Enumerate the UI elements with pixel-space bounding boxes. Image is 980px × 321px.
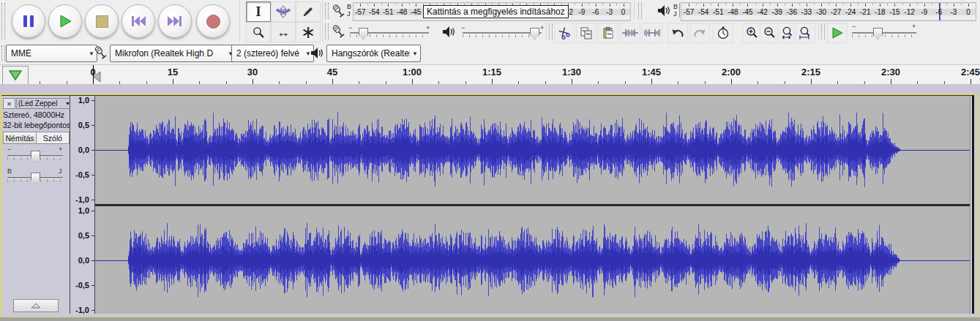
meter-tick (836, 4, 837, 7)
pause-button[interactable] (12, 4, 45, 38)
recording-channels-dropdown[interactable]: 2 (sztereó) felvé▼ (231, 45, 314, 62)
play-volume-slider[interactable] (463, 32, 542, 37)
edit-toolbar-gripper[interactable] (549, 23, 553, 39)
track-title: (Led Zeppel (18, 99, 65, 107)
vertical-ruler-label: -1,0 (70, 195, 89, 204)
gain-max-label: + (59, 146, 62, 153)
speaker-icon (657, 5, 670, 17)
draw-tool-button[interactable] (296, 1, 321, 22)
sync-lock-button[interactable] (713, 23, 733, 43)
zoom-tool-button[interactable] (246, 22, 271, 42)
record-volume-slider[interactable] (350, 32, 429, 37)
meter-scale-label: -6 (592, 8, 599, 16)
meter-minor-tick (872, 4, 873, 5)
play-at-speed-button[interactable] (827, 23, 848, 43)
vertical-scale-ruler[interactable]: 1,00,50,0-0,5-1,01,00,50,0-0,5-1,0 (70, 96, 95, 314)
chevron-down-icon: ▼ (412, 50, 418, 57)
close-icon: × (7, 99, 11, 108)
skip-to-end-button[interactable] (158, 4, 192, 38)
multi-tool-button[interactable]: ∗ (296, 22, 321, 42)
audio-host-dropdown[interactable]: MME▼ (6, 45, 97, 62)
playhead-marker-icon[interactable] (94, 72, 101, 83)
meter-minor-tick (740, 4, 741, 5)
undo-icon (671, 28, 684, 39)
slider-ticks (852, 34, 916, 37)
collapse-track-button[interactable] (13, 299, 59, 312)
skip-to-start-button[interactable] (121, 4, 155, 38)
vertical-ruler-tick (91, 150, 94, 151)
horizontal-scrollbar-area[interactable] (0, 317, 980, 321)
track-close-button[interactable]: × (3, 98, 15, 109)
timeline-pin-button[interactable] (2, 66, 29, 85)
meter-scale-label: -45 (742, 8, 752, 16)
meter-tick (924, 4, 925, 7)
play-meter[interactable]: -57-54-51-48-45-42-39-36-33-30-27-24-21-… (681, 2, 976, 21)
mixer-toolbar-gripper[interactable] (325, 23, 329, 39)
magnifier-icon (253, 26, 265, 39)
right-channel-label: J (347, 10, 351, 18)
play-button[interactable] (48, 4, 82, 38)
meter-scale-label: -6 (935, 8, 942, 16)
vertical-ruler-label: 0,5 (70, 121, 89, 129)
silence-selection-button[interactable] (642, 23, 662, 43)
track-title-dropdown[interactable]: (Led Zeppel▼ (16, 98, 72, 109)
gain-slider[interactable] (7, 155, 63, 160)
meter-tick (777, 4, 778, 7)
speaker-icon (442, 26, 455, 38)
track-right-black-edge (972, 95, 974, 314)
waveform-channel-left[interactable] (95, 96, 973, 204)
vertical-ruler-label: 0,5 (70, 231, 89, 240)
meter-tick (402, 4, 403, 7)
ruler-time-label: 2:45 (961, 67, 980, 78)
device-toolbar-gripper[interactable] (1, 45, 5, 61)
meter-scale-label: -54 (369, 8, 379, 16)
vertical-ruler-label: -0,5 (70, 170, 89, 179)
selection-tool-button[interactable]: I (246, 1, 271, 22)
fit-project-button[interactable] (795, 23, 815, 43)
play-meter-gripper[interactable] (638, 3, 642, 19)
envelope-tool-button[interactable] (271, 1, 296, 22)
record-meter-gripper[interactable] (325, 3, 329, 19)
paste-button[interactable] (598, 23, 618, 43)
pan-slider[interactable] (7, 177, 63, 182)
audio-track: × (Led Zeppel▼ Sztereó, 48000Hz 32-bit l… (0, 94, 979, 318)
separator (239, 1, 241, 41)
meter-scale-label: -18 (875, 8, 885, 16)
undo-button[interactable] (667, 23, 688, 43)
trim-outside-selection-button[interactable] (620, 23, 640, 43)
play-speed-slider[interactable] (852, 32, 916, 37)
waveform-channel-right[interactable] (95, 206, 973, 314)
trim-icon (622, 27, 638, 39)
pause-icon (23, 15, 34, 27)
solo-button[interactable]: Szóló (36, 132, 70, 144)
meter-tick (624, 4, 624, 7)
playback-device-dropdown[interactable]: Hangszórók (Realtek Hig▼ (326, 45, 421, 62)
meter-scale-label: -39 (771, 8, 782, 16)
meter-tick (596, 4, 596, 7)
time-shift-tool-button[interactable]: ↔ (271, 22, 296, 42)
stop-button[interactable] (85, 4, 119, 38)
ruler-time-label: 15 (168, 67, 178, 78)
left-channel-label: B (347, 3, 351, 10)
recording-device-dropdown[interactable]: Mikrofon (Realtek High D▼ (110, 45, 236, 62)
paste-icon (602, 27, 615, 39)
timeline-ruler[interactable]: 01530451:001:151:301:452:002:152:302:45 (0, 65, 980, 85)
transport-toolbar-gripper[interactable] (1, 3, 5, 39)
stop-icon (96, 15, 108, 28)
cut-button[interactable] (554, 23, 575, 43)
meter-minor-tick (932, 4, 932, 5)
mute-button[interactable]: Némítás (3, 132, 37, 144)
meter-scale-label: -15 (889, 8, 899, 16)
vertical-ruler-tick (91, 310, 94, 311)
gain-thumb[interactable] (31, 151, 40, 162)
separator (818, 22, 820, 41)
meter-scale-label: -51 (713, 8, 723, 16)
copy-button[interactable] (576, 23, 596, 43)
recording-channels-value: 2 (sztereó) felvé (236, 48, 303, 58)
play-at-speed-gripper[interactable] (821, 23, 825, 39)
record-button[interactable] (196, 4, 230, 38)
vertical-ruler-tick (91, 125, 94, 126)
pan-thumb[interactable] (31, 173, 40, 184)
vertical-ruler-label: 0,0 (70, 256, 89, 265)
redo-button[interactable] (689, 23, 710, 43)
